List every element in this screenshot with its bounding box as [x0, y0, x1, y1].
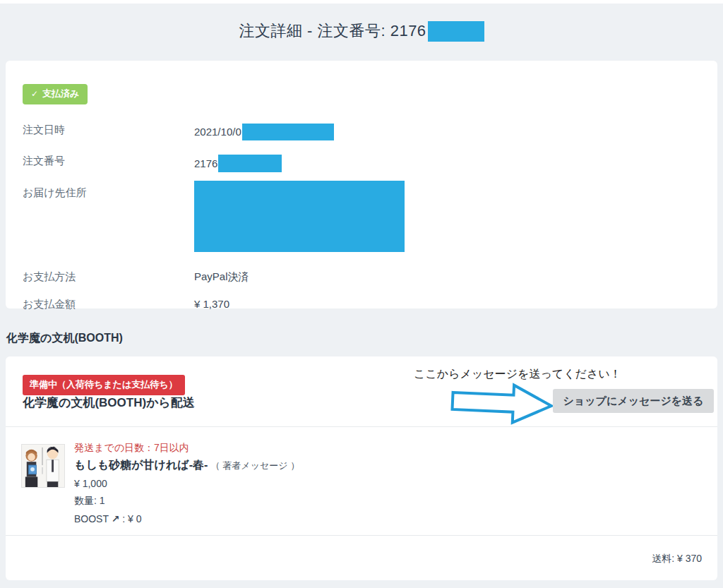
order-date-value: 2021/10/0 — [194, 124, 334, 140]
paid-status-badge: ✓支払済み — [23, 84, 88, 104]
item-quantity: 数量: 1 — [74, 495, 299, 508]
boost-value: : ¥ 0 — [122, 513, 141, 524]
right-arrow-annotation-icon — [449, 380, 556, 425]
item-shipping-days: 発送までの日数：7日以内 — [74, 442, 299, 455]
page-title: 注文詳細 - 注文番号: 2176 — [0, 20, 723, 42]
shipment-title: 化学魔の文机(BOOTH)から配送 — [23, 395, 195, 411]
shipping-fee: 送料: ¥ 370 — [652, 553, 702, 565]
divider — [6, 426, 717, 427]
check-icon: ✓ — [31, 89, 38, 99]
shipping-address-row: お届け先住所 — [23, 179, 700, 263]
order-summary-card: ✓支払済み 注文日時 2021/10/0 注文番号 2176 お届け先住所 お支… — [6, 61, 717, 308]
item-details: 発送までの日数：7日以内 もしも砂糖が甘ければ-春- （ 著者メッセージ ） ¥… — [74, 442, 299, 530]
page-title-text: 注文詳細 - 注文番号: 2176 — [239, 22, 426, 40]
payment-method-value: PayPal決済 — [194, 270, 249, 284]
redacted-order-date — [242, 124, 334, 140]
redacted-order-number — [218, 155, 282, 172]
send-message-to-shop-button[interactable]: ショップにメッセージを送る — [553, 389, 714, 413]
payment-method-label: お支払方法 — [23, 270, 194, 284]
redacted-order-number-title — [428, 21, 484, 42]
redacted-shipping-address — [194, 181, 405, 252]
boost-label: BOOST — [74, 513, 109, 524]
shipment-card: 準備中（入荷待ちまたは支払待ち） 化学魔の文机(BOOTH)から配送 ここからメ… — [6, 356, 717, 580]
payment-amount-row: お支払金額 ¥ 1,370 — [23, 291, 700, 318]
item-boost: BOOST ↗ : ¥ 0 — [74, 513, 299, 524]
item-title-note: （ 著者メッセージ ） — [211, 460, 299, 471]
paid-status-label: 支払済み — [42, 88, 79, 99]
shop-section-title: 化学魔の文机(BOOTH) — [6, 331, 123, 346]
order-number-text: 2176 — [194, 157, 217, 169]
order-detail-rows: 注文日時 2021/10/0 注文番号 2176 お届け先住所 お支払方法 Pa… — [23, 116, 700, 318]
shipping-address-value — [194, 186, 405, 252]
item-price: ¥ 1,000 — [74, 478, 299, 489]
order-date-row: 注文日時 2021/10/0 — [23, 116, 700, 148]
shipping-address-label: お届け先住所 — [23, 186, 194, 200]
order-date-text: 2021/10/0 — [194, 126, 241, 138]
order-date-label: 注文日時 — [23, 124, 194, 137]
order-number-label: 注文番号 — [23, 155, 194, 168]
divider — [6, 535, 717, 536]
payment-amount-label: お支払金額 — [23, 298, 194, 311]
payment-amount-value: ¥ 1,370 — [194, 298, 229, 310]
order-number-value: 2176 — [194, 155, 282, 172]
item-thumbnail-image[interactable] — [21, 444, 65, 488]
payment-method-row: お支払方法 PayPal決済 — [23, 263, 700, 291]
preparing-status-badge: 準備中（入荷待ちまたは支払待ち） — [23, 375, 185, 395]
order-number-row: 注文番号 2176 — [23, 148, 700, 179]
boost-arrow-icon: ↗ — [112, 513, 120, 524]
item-title[interactable]: もしも砂糖が甘ければ-春- （ 著者メッセージ ） — [74, 458, 299, 473]
item-title-text[interactable]: もしも砂糖が甘ければ-春- — [74, 459, 208, 471]
window-top-strip — [0, 0, 723, 4]
